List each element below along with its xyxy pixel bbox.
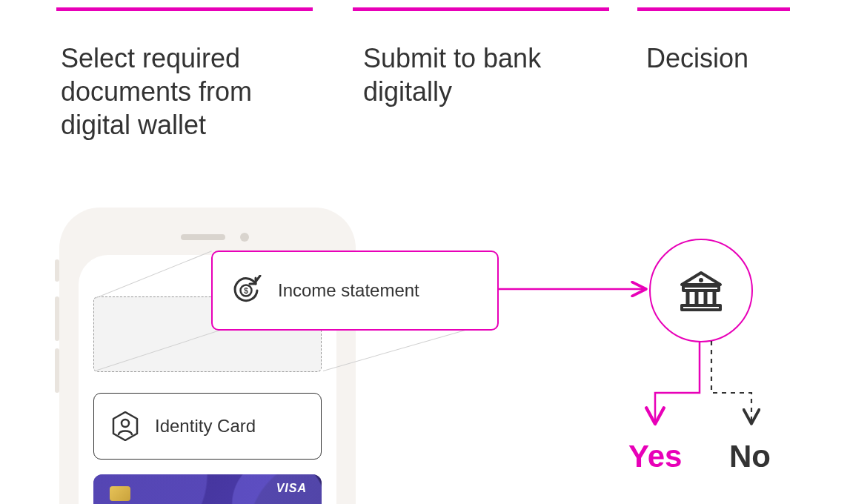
step-bar-1: [56, 7, 313, 11]
arrow-to-yes: [655, 341, 700, 422]
decision-yes-label: Yes: [628, 439, 682, 474]
income-refresh-icon: $: [230, 275, 262, 306]
phone-side-button: [55, 296, 59, 341]
payment-card: VISA: [93, 474, 322, 504]
identity-card-item: Identity Card: [93, 393, 322, 460]
step-title-submit: Submit to bank digitally: [363, 42, 600, 108]
svg-point-0: [122, 420, 129, 427]
step-title-decision: Decision: [646, 42, 794, 75]
svg-text:$: $: [244, 287, 248, 295]
person-hex-icon: [112, 411, 139, 441]
step-bar-2: [353, 7, 609, 11]
bank-icon: [674, 264, 728, 317]
phone-side-button: [55, 259, 59, 282]
card-chip-icon: [110, 486, 130, 501]
phone-side-button: [55, 348, 59, 393]
svg-rect-4: [683, 286, 719, 291]
svg-point-3: [699, 278, 703, 282]
phone-camera: [240, 233, 249, 242]
identity-card-label: Identity Card: [155, 416, 256, 437]
decision-no-label: No: [729, 439, 771, 474]
card-brand-label: VISA: [276, 482, 307, 495]
diagram-stage: Select required documents from digital w…: [0, 0, 850, 504]
arrow-to-no: [711, 341, 751, 422]
step-title-select: Select required documents from digital w…: [61, 42, 313, 142]
income-statement-label: Income statement: [278, 280, 419, 301]
phone-speaker: [181, 234, 225, 240]
svg-rect-9: [682, 305, 720, 310]
income-statement-card: $ Income statement: [211, 251, 499, 331]
bank-node: [649, 239, 753, 342]
step-bar-3: [637, 7, 790, 11]
